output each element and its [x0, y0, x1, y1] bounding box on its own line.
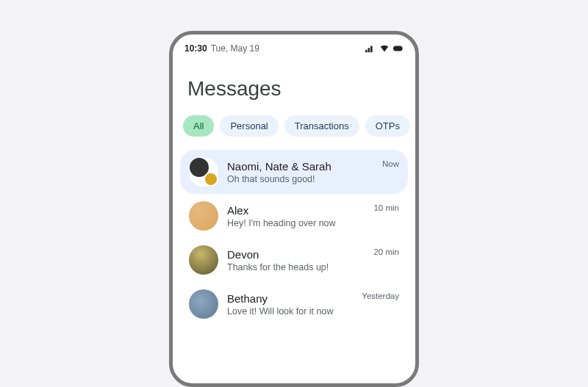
conversation-time: 10 min [373, 203, 399, 212]
conversation-preview: Hey! I'm heading over now [227, 218, 365, 228]
conversation-name: Devon [227, 248, 365, 261]
conversation-item[interactable]: Naomi, Nate & Sarah Oh that sounds good!… [180, 150, 408, 194]
signal-icon [365, 44, 376, 53]
status-icons [365, 44, 404, 53]
phone-frame: 10:30Tue, May 19 Messages All Personal T… [169, 31, 419, 387]
filter-tabs: All Personal Transactions OTPs [173, 115, 415, 147]
conversation-name: Alex [227, 204, 365, 217]
conversation-body: Devon Thanks for the heads up! [227, 248, 365, 272]
status-time-date: 10:30Tue, May 19 [184, 43, 259, 54]
avatar [189, 245, 218, 275]
conversation-time: Yesterday [362, 292, 399, 300]
conversation-preview: Thanks for the heads up! [227, 262, 365, 272]
conversation-preview: Oh that sounds good! [227, 174, 373, 184]
conversation-name: Bethany [227, 292, 353, 305]
tab-personal[interactable]: Personal [220, 115, 278, 137]
svg-rect-3 [393, 46, 403, 51]
conversation-time: Now [382, 159, 399, 168]
avatar [189, 201, 218, 231]
conversation-preview: Love it! Will look for it now [227, 306, 353, 317]
avatar [189, 289, 218, 319]
conversation-body: Naomi, Nate & Sarah Oh that sounds good! [227, 160, 373, 184]
svg-rect-0 [365, 50, 368, 53]
status-date: Tue, May 19 [211, 43, 259, 54]
conversation-body: Alex Hey! I'm heading over now [227, 204, 365, 228]
page-title: Messages [173, 58, 415, 115]
tab-all[interactable]: All [183, 115, 214, 137]
conversation-list: Naomi, Nate & Sarah Oh that sounds good!… [173, 147, 415, 326]
conversation-name: Naomi, Nate & Sarah [227, 160, 373, 173]
svg-rect-1 [368, 48, 370, 52]
tab-transactions[interactable]: Transactions [284, 115, 359, 137]
status-bar: 10:30Tue, May 19 [173, 35, 415, 58]
wifi-icon [379, 44, 390, 53]
conversation-item[interactable]: Alex Hey! I'm heading over now 10 min [180, 194, 408, 238]
conversation-body: Bethany Love it! Will look for it now [227, 292, 353, 317]
svg-rect-2 [370, 46, 373, 53]
conversation-item[interactable]: Devon Thanks for the heads up! 20 min [180, 238, 408, 282]
tab-otps[interactable]: OTPs [365, 115, 410, 137]
status-time: 10:30 [184, 43, 207, 54]
conversation-item[interactable]: Bethany Love it! Will look for it now Ye… [180, 282, 408, 326]
battery-icon [393, 44, 404, 53]
avatar [189, 157, 218, 187]
conversation-time: 20 min [373, 247, 399, 256]
